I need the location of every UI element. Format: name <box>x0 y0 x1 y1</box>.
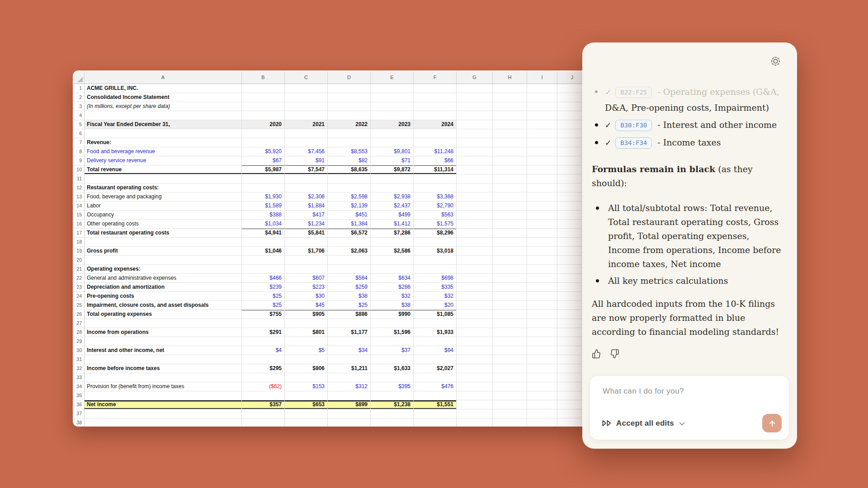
cell[interactable] <box>85 355 242 364</box>
cell[interactable] <box>493 418 527 427</box>
cell[interactable] <box>371 256 414 265</box>
cell[interactable]: $1,034 <box>242 220 285 229</box>
cell[interactable] <box>493 238 527 247</box>
cell[interactable]: Impairment, closure costs, and asset dis… <box>85 301 242 310</box>
column-header[interactable]: H <box>493 71 527 84</box>
cell[interactable]: $286 <box>371 283 414 292</box>
cell[interactable] <box>242 183 285 192</box>
cell[interactable]: $388 <box>242 211 285 220</box>
cell[interactable] <box>328 418 371 427</box>
row-number[interactable]: 12 <box>74 183 85 192</box>
cell[interactable] <box>414 265 457 274</box>
cell[interactable] <box>527 292 557 301</box>
cell[interactable] <box>285 93 328 102</box>
cell[interactable] <box>457 147 493 156</box>
cell[interactable] <box>242 373 285 382</box>
cell[interactable] <box>527 256 557 265</box>
cell[interactable] <box>493 165 527 174</box>
cell[interactable]: $9,872 <box>371 165 414 174</box>
cell[interactable] <box>285 102 328 111</box>
cell[interactable]: $291 <box>242 328 285 337</box>
row-number[interactable]: 36 <box>74 400 85 409</box>
cell[interactable]: $451 <box>328 211 371 220</box>
cell[interactable] <box>493 292 527 301</box>
cell[interactable] <box>85 174 242 183</box>
cell[interactable]: $335 <box>414 283 457 292</box>
cell[interactable] <box>527 373 557 382</box>
cell[interactable] <box>371 337 414 346</box>
cell[interactable] <box>457 319 493 328</box>
cell[interactable]: 2022 <box>328 120 371 129</box>
cell[interactable] <box>457 409 493 418</box>
cell[interactable] <box>457 129 493 138</box>
cell[interactable] <box>242 256 285 265</box>
cell[interactable]: Fiscal Year Ended December 31, <box>85 120 242 129</box>
cell[interactable]: $34 <box>328 346 371 355</box>
cell[interactable] <box>493 373 527 382</box>
column-header[interactable]: D <box>328 71 371 84</box>
row-number[interactable]: 29 <box>74 337 85 346</box>
cell[interactable] <box>328 129 371 138</box>
cell[interactable]: $32 <box>414 292 457 301</box>
cell[interactable]: $25 <box>328 301 371 310</box>
cell[interactable] <box>371 409 414 418</box>
cell[interactable] <box>242 93 285 102</box>
cell[interactable]: $38 <box>328 292 371 301</box>
cell-range-chip[interactable]: B30:F30 <box>615 120 652 131</box>
cell[interactable] <box>285 138 328 147</box>
cell[interactable] <box>493 220 527 229</box>
cell[interactable] <box>285 238 328 247</box>
cell[interactable] <box>85 373 242 382</box>
cell[interactable] <box>371 129 414 138</box>
cell[interactable]: $94 <box>414 346 457 355</box>
cell[interactable]: $7,547 <box>285 165 328 174</box>
cell[interactable]: $2,027 <box>414 364 457 373</box>
cell[interactable] <box>457 192 493 202</box>
cell[interactable] <box>457 283 493 292</box>
cell[interactable] <box>493 229 527 238</box>
row-number[interactable]: 28 <box>74 328 85 337</box>
cell[interactable]: $9,801 <box>371 147 414 156</box>
cell[interactable]: $11,248 <box>414 147 457 156</box>
row-number[interactable]: 19 <box>74 247 85 256</box>
cell[interactable] <box>527 174 557 183</box>
cell[interactable] <box>527 102 557 111</box>
row-number[interactable]: 32 <box>74 364 85 373</box>
cell[interactable] <box>414 409 457 418</box>
cell[interactable]: Food and beverage revenue <box>85 147 242 156</box>
cell[interactable] <box>285 111 328 120</box>
column-header[interactable]: G <box>457 71 493 84</box>
cell[interactable] <box>457 292 493 301</box>
cell[interactable]: $466 <box>242 274 285 283</box>
cell[interactable] <box>85 111 242 120</box>
cell[interactable] <box>328 373 371 382</box>
cell[interactable]: $801 <box>285 328 328 337</box>
cell[interactable] <box>414 391 457 400</box>
cell[interactable] <box>328 174 371 183</box>
cell[interactable] <box>242 355 285 364</box>
cell[interactable]: $20 <box>414 301 457 310</box>
cell[interactable] <box>527 355 557 364</box>
cell[interactable]: Labor <box>85 202 242 211</box>
settings-gear-icon[interactable] <box>769 55 782 67</box>
row-number[interactable]: 10 <box>74 165 85 174</box>
cell[interactable]: $905 <box>285 310 328 319</box>
cell[interactable]: $7,456 <box>285 147 328 156</box>
cell[interactable]: $2,139 <box>328 202 371 211</box>
cell[interactable] <box>493 328 527 337</box>
row-number[interactable]: 20 <box>74 256 85 265</box>
cell[interactable] <box>457 247 493 256</box>
column-header[interactable]: B <box>242 71 285 84</box>
cell[interactable]: 2021 <box>285 120 328 129</box>
cell[interactable] <box>527 165 557 174</box>
cell[interactable]: $4 <box>242 346 285 355</box>
cell[interactable] <box>371 265 414 274</box>
row-number[interactable]: 21 <box>74 265 85 274</box>
row-number[interactable]: 1 <box>74 84 85 93</box>
row-number[interactable]: 18 <box>74 238 85 247</box>
cell[interactable] <box>457 156 493 165</box>
cell[interactable] <box>285 256 328 265</box>
cell[interactable] <box>493 147 527 156</box>
cell[interactable]: $1,551 <box>414 400 457 409</box>
cell[interactable] <box>414 319 457 328</box>
